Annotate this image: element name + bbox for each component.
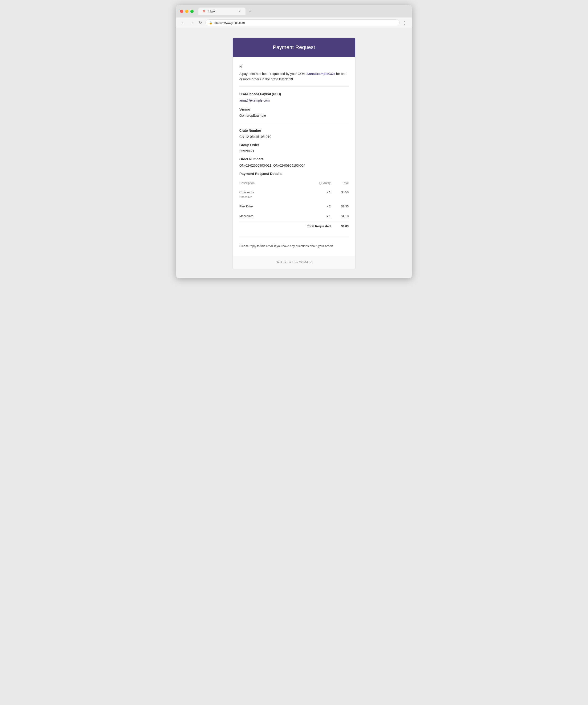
- payment-details-table: Description Quantity Total CroissantsCho…: [239, 180, 349, 231]
- order-numbers-label: Order Numbers: [239, 156, 349, 162]
- table-row: CroissantsChocolatex 1$0.50: [239, 188, 349, 202]
- item-description: CroissantsChocolate: [239, 188, 276, 202]
- gom-name-link[interactable]: AnnaExampleGOs: [306, 72, 335, 76]
- intro-paragraph: A payment has been requested by your GOM…: [239, 71, 349, 82]
- total-label: Total Requested: [276, 221, 331, 231]
- crate-number-section: Crate Number CN-12-05445105-010: [239, 128, 349, 140]
- group-order-section: Group Order Starbucks: [239, 142, 349, 154]
- item-total: $0.50: [331, 188, 349, 202]
- item-name: Macchiato: [239, 214, 276, 219]
- paypal-section: USA/Canada PayPal (USD) anna@example.com: [239, 91, 349, 103]
- item-quantity: x 1: [276, 188, 331, 202]
- paypal-email-link[interactable]: anna@example.com: [239, 98, 270, 102]
- group-order-label: Group Order: [239, 142, 349, 148]
- payment-details-section: Payment Request Details Description Quan…: [239, 171, 349, 231]
- email-container: Payment Request Hi, A payment has been r…: [233, 38, 355, 269]
- active-tab[interactable]: M Inbox ×: [198, 7, 245, 15]
- order-numbers-value: ON-02-02606903-011, ON-02-00905193-004: [239, 163, 349, 168]
- tab-bar: M Inbox × +: [198, 7, 254, 15]
- col-total: Total: [331, 180, 349, 188]
- group-order-value: Starbucks: [239, 148, 349, 154]
- total-row: Total Requested $4.03: [239, 221, 349, 231]
- total-value: $4.03: [331, 221, 349, 231]
- email-intro: Hi, A payment has been requested by your…: [239, 64, 349, 82]
- maximize-button[interactable]: [190, 10, 194, 13]
- email-header: Payment Request: [233, 38, 355, 57]
- email-title: Payment Request: [238, 44, 350, 50]
- minimize-button[interactable]: [185, 10, 189, 13]
- item-description: Pink Drink: [239, 202, 276, 211]
- email-footer: Sent with ♥ from GOMdrop: [233, 256, 355, 269]
- crate-number-value: CN-12-05445105-010: [239, 134, 349, 139]
- browser-controls: M Inbox × +: [180, 7, 408, 15]
- refresh-button[interactable]: ↻: [197, 19, 203, 26]
- address-bar[interactable]: 🔒 https://www.gmail.com: [205, 19, 399, 26]
- col-description: Description: [239, 180, 276, 188]
- tab-title: Inbox: [208, 10, 215, 13]
- order-numbers-section: Order Numbers ON-02-02606903-011, ON-02-…: [239, 156, 349, 168]
- venmo-handle: GomdropExample: [239, 113, 349, 118]
- item-description: Macchiato: [239, 211, 276, 221]
- url-text: https://www.gmail.com: [214, 21, 245, 25]
- traffic-lights: [180, 10, 194, 13]
- tab-favicon: M: [202, 9, 206, 13]
- email-body: Hi, A payment has been requested by your…: [233, 57, 355, 256]
- item-quantity: x 2: [276, 202, 331, 211]
- back-button[interactable]: ←: [180, 19, 187, 26]
- browser-content: Payment Request Hi, A payment has been r…: [176, 28, 412, 278]
- browser-titlebar: M Inbox × +: [176, 5, 412, 17]
- item-total: $2.35: [331, 202, 349, 211]
- more-options-button[interactable]: ⋮: [401, 19, 408, 26]
- divider-2: [239, 123, 349, 123]
- gmail-logo: M: [203, 9, 205, 13]
- lock-icon: 🔒: [209, 21, 212, 25]
- table-row: Macchiatox 1$1.18: [239, 211, 349, 221]
- divider-3: [239, 236, 349, 236]
- footer-note: Please reply to this email if you have a…: [239, 241, 349, 249]
- table-row: Pink Drinkx 2$2.35: [239, 202, 349, 211]
- item-name: Pink Drink: [239, 204, 276, 209]
- new-tab-button[interactable]: +: [246, 7, 254, 15]
- crate-number-label: Crate Number: [239, 128, 349, 133]
- greeting-text: Hi,: [239, 64, 349, 69]
- payment-details-title: Payment Request Details: [239, 171, 349, 177]
- browser-window: M Inbox × + ← → ↻ 🔒 https://www.gmail.co…: [176, 5, 412, 278]
- total-spacer: [239, 221, 276, 231]
- venmo-label: Venmo: [239, 107, 349, 112]
- item-subtitle: Chocolate: [239, 195, 276, 199]
- forward-button[interactable]: →: [189, 19, 195, 26]
- tab-close-button[interactable]: ×: [238, 9, 242, 13]
- close-button[interactable]: [180, 10, 183, 13]
- item-total: $1.18: [331, 211, 349, 221]
- paypal-label: USA/Canada PayPal (USD): [239, 91, 349, 97]
- batch-name: Batch 19: [279, 77, 293, 81]
- footer-text: Sent with ♥ from GOMdrop: [276, 261, 312, 264]
- item-name: Croissants: [239, 190, 276, 195]
- col-quantity: Quantity: [276, 180, 331, 188]
- table-header-row: Description Quantity Total: [239, 180, 349, 188]
- browser-navbar: ← → ↻ 🔒 https://www.gmail.com ⋮: [176, 17, 412, 28]
- venmo-section: Venmo GomdropExample: [239, 107, 349, 118]
- intro-text-1: A payment has been requested by your GOM: [239, 72, 306, 76]
- item-quantity: x 1: [276, 211, 331, 221]
